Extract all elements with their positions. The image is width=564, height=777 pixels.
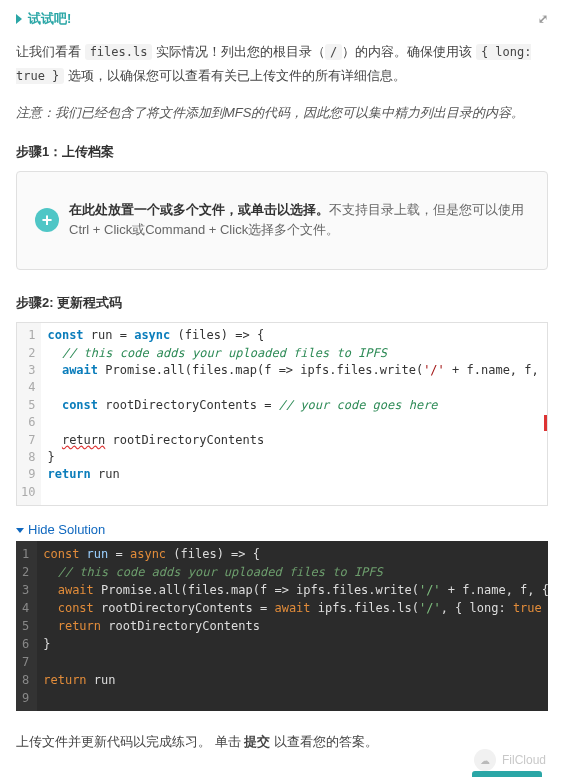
watermark: ☁ FilCloud — [474, 749, 546, 771]
triangle-down-icon — [16, 528, 24, 533]
chevron-right-icon — [16, 14, 22, 24]
error-marker — [544, 415, 547, 431]
editor-gutter: 1 2 3 4 5 6 7 8 9 10 — [17, 323, 41, 505]
watermark-text: FilCloud — [502, 753, 546, 767]
upload-text: 在此处放置一个或多个文件，或单击以选择。不支持目录上载，但是您可以使用Ctrl … — [69, 200, 529, 242]
footer-text: 上传文件并更新代码以完成练习。 单击 提交 以查看您的答案。 — [16, 733, 548, 751]
upload-dropzone[interactable]: + 在此处放置一个或多个文件，或单击以选择。不支持目录上载，但是您可以使用Ctr… — [16, 171, 548, 271]
submit-button[interactable]: 提交 — [472, 771, 542, 777]
solution-gutter: 1 2 3 4 5 6 7 8 9 — [16, 541, 37, 711]
plus-icon: + — [35, 208, 59, 232]
intro-text: 让我们看看 files.ls 实际情况！列出您的根目录（/）的内容。确保使用该 … — [16, 40, 548, 87]
hide-solution-toggle[interactable]: Hide Solution — [16, 522, 548, 537]
editor-content[interactable]: const run = async (files) => { // this c… — [41, 323, 547, 505]
panel-title: 试试吧! — [28, 10, 71, 28]
watermark-icon: ☁ — [474, 749, 496, 771]
panel-header: 试试吧! ⤢ — [16, 10, 548, 28]
step2-title: 步骤2: 更新程式码 — [16, 294, 548, 312]
code-snippet: files.ls — [85, 44, 153, 60]
expand-icon[interactable]: ⤢ — [538, 12, 548, 26]
solution-editor: 1 2 3 4 5 6 7 8 9 const run = async (fil… — [16, 541, 548, 711]
step1-title: 步骤1：上传档案 — [16, 143, 548, 161]
note-text: 注意：我们已经包含了将文件添加到MFS的代码，因此您可以集中精力列出目录的内容。 — [16, 101, 548, 124]
code-editor[interactable]: 1 2 3 4 5 6 7 8 9 10 const run = async (… — [16, 322, 548, 506]
solution-content: const run = async (files) => { // this c… — [37, 541, 548, 711]
code-snippet: / — [325, 44, 342, 60]
